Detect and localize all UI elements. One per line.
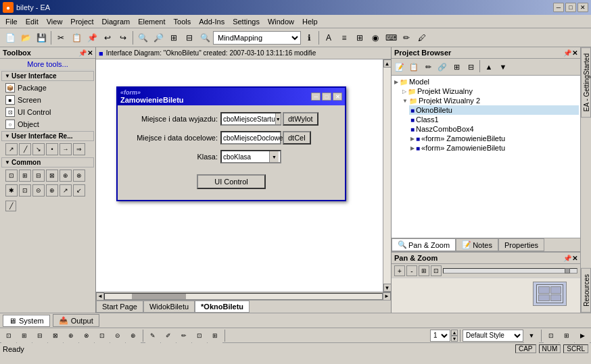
form-minimize[interactable]: ─: [311, 93, 321, 101]
pb-btn1[interactable]: 📝: [393, 60, 406, 74]
pz-fit[interactable]: ⊞: [419, 265, 429, 276]
close-button[interactable]: ✕: [577, 3, 588, 12]
tree-zam1-label[interactable]: «form» ZamowienieBiletu: [421, 134, 505, 142]
style-more[interactable]: ▼: [524, 328, 539, 343]
hscroll-thumb[interactable]: [132, 294, 186, 299]
shape-c1[interactable]: ⊡: [5, 170, 18, 182]
tab-oknobiletu[interactable]: *OknoBiletu: [195, 301, 250, 313]
paste-btn[interactable]: 📌: [85, 30, 99, 45]
pz-pin[interactable]: 📌: [563, 255, 571, 262]
tree-pw1-expand[interactable]: ▷: [402, 88, 406, 95]
tree-pw1[interactable]: ▷ 📁 Projekt Wizualny: [401, 86, 579, 96]
find-btn[interactable]: 🔍: [197, 30, 212, 45]
minimize-button[interactable]: ─: [553, 3, 564, 12]
tree-pw1-label[interactable]: Projekt Wizualny: [417, 87, 473, 95]
t1[interactable]: A: [321, 30, 336, 45]
tree-pw2-expand[interactable]: ▼: [402, 98, 408, 104]
btn-dtCel[interactable]: dtCel: [283, 131, 311, 145]
undo-btn[interactable]: ↩: [100, 30, 115, 45]
menu-file[interactable]: File: [1, 16, 22, 27]
pb-tree[interactable]: ▶ 📁 Model ▷ 📁 Projekt Wizualny ▼ 📁 Proje…: [392, 76, 580, 238]
pz-close[interactable]: ✕: [572, 255, 577, 262]
shape-diag[interactable]: ╱: [5, 201, 16, 211]
diagram-btn[interactable]: ⊞: [166, 30, 181, 45]
shape-c5[interactable]: ⊕: [60, 170, 72, 182]
menu-element[interactable]: Element: [134, 16, 169, 27]
menu-addins[interactable]: Add-Ins: [195, 16, 229, 27]
tree-zamowienie1[interactable]: ▶ ■ «form» ZamowienieBiletu: [409, 134, 579, 143]
combo-docelowe[interactable]: cboMiejsceDoclowe ▼: [220, 131, 281, 145]
zoom-up[interactable]: ▲: [451, 330, 458, 336]
shape-c2[interactable]: ⊞: [19, 170, 31, 182]
t3[interactable]: ⊞: [352, 30, 367, 45]
st-btn9[interactable]: ⊕: [126, 328, 141, 343]
st-btn10[interactable]: ✎: [145, 328, 160, 343]
shape-c3[interactable]: ⊟: [32, 170, 45, 182]
pb-btn4[interactable]: 🔗: [435, 60, 449, 74]
shape-c10[interactable]: ⊕: [46, 184, 58, 197]
toolbox-section-common[interactable]: ▼ Common: [1, 157, 94, 167]
t4[interactable]: ◉: [368, 30, 383, 45]
pb-pin[interactable]: 📌: [563, 49, 571, 57]
hscroll-right[interactable]: ►: [383, 292, 391, 301]
toolbox-pin[interactable]: 📌: [78, 49, 87, 57]
st-btn4[interactable]: ⊠: [48, 328, 63, 343]
pb-down[interactable]: ▼: [496, 60, 510, 74]
btn-dtWylot[interactable]: dtWylot: [283, 112, 318, 126]
menu-view[interactable]: View: [43, 16, 67, 27]
pz-zoom-out[interactable]: -: [406, 265, 417, 276]
toolbox-close[interactable]: ✕: [87, 49, 93, 57]
menu-help[interactable]: Help: [298, 16, 322, 27]
maximize-button[interactable]: □: [565, 3, 576, 12]
grid-btn[interactable]: ⊟: [182, 30, 197, 45]
st-btn7[interactable]: ⊡: [95, 328, 110, 343]
hscroll-track[interactable]: [104, 293, 383, 300]
toolbox-item-package[interactable]: 📦 Package: [0, 82, 95, 94]
shape-arrow4[interactable]: ⇒: [73, 143, 85, 155]
shape-arrow[interactable]: ↗: [5, 143, 18, 155]
tab-output[interactable]: 📤 Output: [53, 314, 99, 327]
toolbox-item-object[interactable]: ○ Object: [0, 118, 95, 130]
zoom-select[interactable]: 1: [430, 330, 450, 342]
shape-line[interactable]: ╱: [19, 143, 31, 155]
menu-edit[interactable]: Edit: [22, 16, 43, 27]
shape-c8[interactable]: ⊡: [19, 184, 31, 197]
vscroll-up[interactable]: ▲: [383, 59, 392, 68]
menu-settings[interactable]: Settings: [229, 16, 264, 27]
menu-project[interactable]: Project: [66, 16, 97, 27]
st-end2[interactable]: ⊞: [559, 328, 574, 343]
tab-widokbiletu[interactable]: WidokBiletu: [143, 301, 195, 313]
shape-c12[interactable]: ↙: [73, 184, 85, 197]
side-tab-resources[interactable]: Resources: [581, 268, 591, 313]
zoom-in-btn[interactable]: 🔍: [135, 30, 150, 45]
shape-c4[interactable]: ⊠: [46, 170, 58, 182]
shape-c9[interactable]: ⊝: [32, 184, 45, 197]
menu-tools[interactable]: Tools: [170, 16, 195, 27]
tree-zam2-expand[interactable]: ▶: [410, 145, 415, 151]
redo-btn[interactable]: ↪: [116, 30, 131, 45]
tree-model-expand[interactable]: ▶: [394, 79, 398, 85]
zoom-out-btn[interactable]: 🔎: [151, 30, 166, 45]
shape-c11[interactable]: ↗: [60, 184, 72, 197]
open-btn[interactable]: 📂: [18, 30, 33, 45]
rpanel-tab-panzoom[interactable]: 🔍 Pan & Zoom: [392, 238, 456, 251]
combo-wyjazd[interactable]: cboMiejsceStartu ▼: [220, 112, 281, 126]
info-btn[interactable]: ℹ: [302, 30, 316, 45]
tree-combobox-label[interactable]: NaszComboBox4: [416, 125, 474, 133]
tree-pw2-label[interactable]: Projekt Wizualny 2: [419, 97, 480, 105]
menu-diagram[interactable]: Diagram: [98, 16, 135, 27]
hscroll-left[interactable]: ◄: [96, 292, 104, 301]
canvas-vscroll[interactable]: ▲ ▼: [383, 59, 391, 292]
pz-slider-thumb[interactable]: [565, 268, 570, 274]
st-end1[interactable]: ⊡: [544, 328, 559, 343]
tab-system[interactable]: 🖥 System: [3, 315, 50, 327]
t5[interactable]: ⌨: [383, 30, 398, 45]
pb-up[interactable]: ▲: [482, 60, 496, 74]
tree-combobox[interactable]: ■ NaszComboBox4: [409, 124, 579, 134]
form-restore[interactable]: □: [322, 93, 331, 101]
combo-klasa[interactable]: cboKlasa ▼: [220, 150, 281, 163]
pb-btn5[interactable]: ⊞: [450, 60, 463, 74]
st-btn14[interactable]: ⊞: [208, 328, 222, 343]
tree-zam2-label[interactable]: «form» ZamowienieBiletu: [421, 144, 505, 152]
t6[interactable]: ✏: [399, 30, 414, 45]
